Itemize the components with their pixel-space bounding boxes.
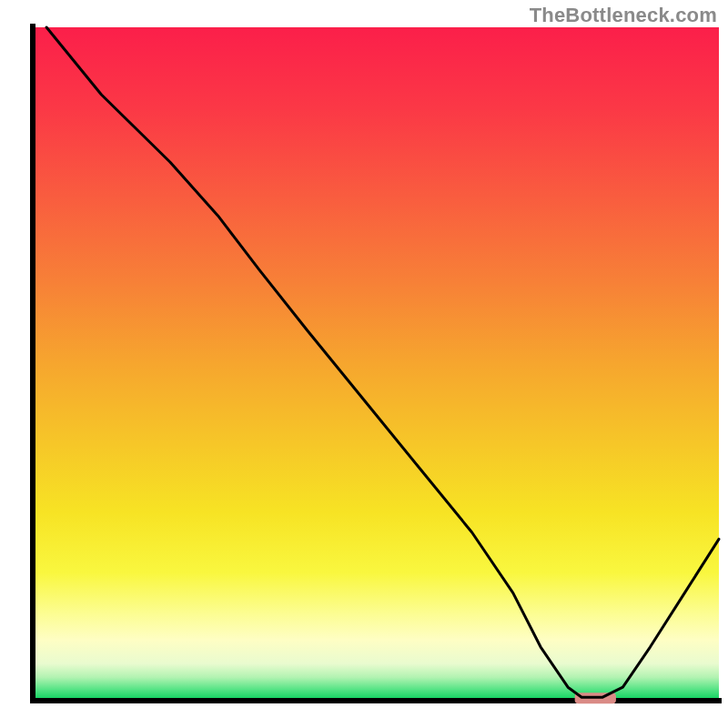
watermark-text: TheBottleneck.com — [530, 4, 717, 27]
chart-container: TheBottleneck.com — [0, 0, 728, 728]
bottleneck-chart — [0, 0, 728, 728]
